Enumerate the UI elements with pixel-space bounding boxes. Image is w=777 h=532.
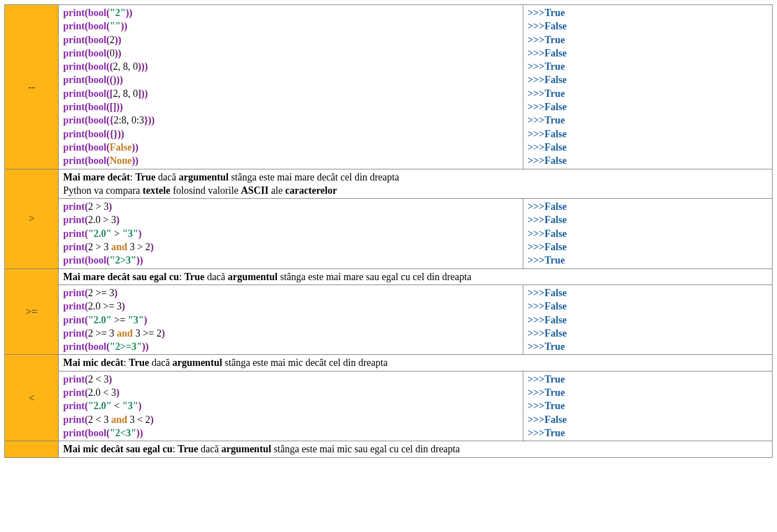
output-line: >>>False [528, 413, 768, 426]
code-line: print("2.0" >= "3") [63, 313, 518, 327]
output-line: >>>True [528, 399, 768, 412]
code-line: print(bool("")) [63, 19, 518, 33]
code-line: print("2.0" > "3") [63, 227, 518, 240]
code-line: print(bool({})) [63, 127, 518, 141]
output-line: >>>False [528, 47, 768, 60]
operator-symbol: > [5, 169, 59, 268]
code-line: print(2 < 3 and 3 < 2) [63, 413, 518, 426]
code-line: print(2 < 3) [63, 373, 518, 386]
output-line: >>>False [528, 200, 768, 213]
code-line: print(2 > 3 and 3 > 2) [63, 240, 518, 254]
code-line: print(bool(False)) [63, 141, 518, 154]
operators-table: --print(bool("2"))print(bool(""))print(b… [4, 4, 773, 458]
code-cell: print(2 >= 3)print(2.0 >= 3)print("2.0" … [59, 285, 523, 354]
output-line: >>>True [528, 87, 768, 100]
output-line: >>>True [528, 386, 768, 399]
code-cell: print(bool("2"))print(bool(""))print(boo… [59, 5, 523, 169]
output-line: >>>True [528, 373, 768, 386]
output-line: >>>False [528, 227, 768, 240]
output-line: >>>False [528, 141, 768, 154]
code-line: print(bool("2<3")) [63, 426, 518, 440]
operator-symbol: -- [5, 5, 59, 169]
output-cell: >>>True>>>False>>>True>>>False>>>True>>>… [523, 5, 772, 169]
code-line: print(bool("2>3")) [63, 254, 518, 267]
code-line: print(bool("2>=3")) [63, 340, 518, 353]
output-line: >>>False [528, 240, 768, 254]
code-line: print(2.0 < 3) [63, 386, 518, 399]
output-line: >>>True [528, 426, 768, 440]
code-line: print(bool((2, 8, 0))) [63, 60, 518, 73]
code-line: print(bool(2)) [63, 33, 518, 47]
operator-description: Mai mare decât: True dacă argumentul stâ… [59, 169, 773, 199]
output-line: >>>True [528, 254, 768, 267]
code-line: print(2.0 > 3) [63, 213, 518, 226]
code-line: print("2.0" < "3") [63, 399, 518, 412]
code-cell: print(2 < 3)print(2.0 < 3)print("2.0" < … [59, 371, 523, 441]
code-cell: print(2 > 3)print(2.0 > 3)print("2.0" > … [59, 199, 523, 268]
operator-description: Mai mic decât sau egal cu: True dacă arg… [59, 441, 773, 457]
output-line: >>>True [528, 33, 768, 47]
code-line: print(bool([])) [63, 100, 518, 113]
operator-description: Mai mare decât sau egal cu: True dacă ar… [59, 268, 773, 285]
output-line: >>>False [528, 100, 768, 113]
code-line: print(bool("2")) [63, 6, 518, 19]
operator-description: Mai mic decât: True dacă argumentul stân… [59, 355, 773, 371]
operator-symbol: < [5, 355, 59, 441]
output-cell: >>>False>>>False>>>False>>>False>>>True [523, 199, 772, 268]
operator-symbol: >= [5, 268, 59, 355]
code-line: print(2 > 3) [63, 200, 518, 213]
output-line: >>>True [528, 340, 768, 353]
output-line: >>>True [528, 60, 768, 73]
output-line: >>>False [528, 286, 768, 299]
output-line: >>>False [528, 313, 768, 327]
output-line: >>>False [528, 73, 768, 86]
output-line: >>>False [528, 127, 768, 141]
code-line: print(bool([2, 8, 0])) [63, 87, 518, 100]
code-line: print(2 >= 3) [63, 286, 518, 299]
operator-symbol [5, 441, 59, 457]
code-line: print(bool({2:8, 0:3})) [63, 113, 518, 127]
code-line: print(bool(())) [63, 73, 518, 86]
output-cell: >>>False>>>False>>>False>>>False>>>True [523, 285, 772, 354]
code-line: print(bool(None)) [63, 154, 518, 167]
output-line: >>>True [528, 6, 768, 19]
output-line: >>>False [528, 213, 768, 226]
output-line: >>>True [528, 113, 768, 127]
output-line: >>>False [528, 299, 768, 313]
output-line: >>>False [528, 154, 768, 167]
output-line: >>>False [528, 19, 768, 33]
code-line: print(2 >= 3 and 3 >= 2) [63, 327, 518, 340]
code-line: print(2.0 >= 3) [63, 299, 518, 313]
code-line: print(bool(0)) [63, 47, 518, 60]
output-line: >>>False [528, 327, 768, 340]
output-cell: >>>True>>>True>>>True>>>False>>>True [523, 371, 772, 441]
